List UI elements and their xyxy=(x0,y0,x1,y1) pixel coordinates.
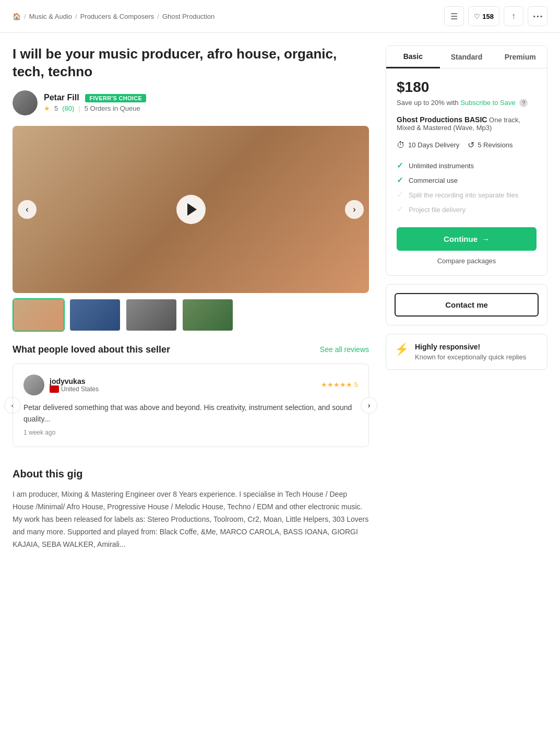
reviews-title: What people loved about this seller xyxy=(13,344,170,355)
question-mark[interactable]: ? xyxy=(519,99,528,107)
gallery-thumb-3[interactable] xyxy=(125,298,177,332)
gallery-prev-button[interactable]: ‹ xyxy=(18,200,37,219)
top-actions: ☰ ♡ 158 ↑ ⋯ xyxy=(444,6,547,26)
responsive-card: ⚡ Highly responsive! Known for exception… xyxy=(386,334,547,370)
subscribe-prefix: Save up to 20% with xyxy=(397,99,460,107)
responsive-description: Known for exceptionally quick replies xyxy=(415,353,526,361)
play-icon xyxy=(187,203,197,216)
continue-label: Continue xyxy=(444,235,478,243)
reviews-section: What people loved about this seller See … xyxy=(13,344,369,448)
delivery-days: ⏱ 10 Days Delivery xyxy=(397,141,459,150)
breadcrumb-music-audio[interactable]: Music & Audio xyxy=(29,13,72,20)
share-button[interactable]: ↑ xyxy=(504,6,523,26)
gallery-thumb-2[interactable] xyxy=(69,298,121,332)
seller-details: Petar Fill FIVERR'S CHOICE ★ 5 (80) | 5 … xyxy=(44,93,146,112)
package-title: Ghost Productions BASIC xyxy=(397,115,487,124)
tab-basic[interactable]: Basic xyxy=(386,46,440,68)
feature-label-4: Project file delivery xyxy=(409,206,466,214)
home-link[interactable]: 🏠 xyxy=(13,13,21,20)
gallery-thumbnails xyxy=(13,298,369,332)
feature-unlimited-instruments: ✓ Unlimited instruments xyxy=(397,158,537,173)
breadcrumb-current: Ghost Production xyxy=(162,13,215,20)
main-container: I will be your music producer, afro hous… xyxy=(0,33,560,551)
clock-icon: ⏱ xyxy=(397,141,405,150)
continue-button[interactable]: Continue → xyxy=(397,227,537,251)
feature-split-recording: ✓ Split the recording into separate file… xyxy=(397,188,537,202)
top-bar: 🏠 / Music & Audio / Producers & Composer… xyxy=(0,0,560,33)
delivery-days-label: 10 Days Delivery xyxy=(408,141,459,149)
continue-arrow: → xyxy=(482,235,490,243)
likes-button[interactable]: ♡ 158 xyxy=(468,6,499,26)
pricing-card: Basic Standard Premium $180 Save up to 2… xyxy=(386,45,547,276)
check-icon-2: ✓ xyxy=(397,176,403,185)
seller-meta: ★ 5 (80) | 5 Orders in Queue xyxy=(44,104,146,112)
play-button[interactable] xyxy=(176,195,206,224)
right-column: Basic Standard Premium $180 Save up to 2… xyxy=(386,45,547,551)
contact-card: Contact me xyxy=(386,284,547,325)
feature-label-3: Split the recording into separate files xyxy=(409,191,518,199)
subscribe-link[interactable]: Subscribe to Save xyxy=(460,99,516,107)
compare-packages-link[interactable]: Compare packages xyxy=(397,257,537,265)
review-next-button[interactable]: › xyxy=(361,397,377,414)
check-icon-1: ✓ xyxy=(397,161,403,170)
breadcrumb: 🏠 / Music & Audio / Producers & Composer… xyxy=(13,13,215,20)
gallery-thumb-4[interactable] xyxy=(182,298,234,332)
tab-standard[interactable]: Standard xyxy=(440,46,494,68)
responsive-title: Highly responsive! xyxy=(415,343,526,351)
more-button[interactable]: ⋯ xyxy=(528,6,547,26)
review-text: Petar delivered something that was above… xyxy=(23,402,358,425)
subscribe-line: Save up to 20% with Subscribe to Save ? xyxy=(397,99,537,107)
about-title: About this gig xyxy=(13,468,369,480)
seller-info: Petar Fill FIVERR'S CHOICE ★ 5 (80) | 5 … xyxy=(13,90,369,115)
review-stars: ★★★★★ 5 xyxy=(321,381,358,389)
reviewer-location: United States xyxy=(50,385,99,393)
avatar-image xyxy=(13,90,38,115)
country-name: United States xyxy=(61,385,99,393)
check-icon-3: ✓ xyxy=(397,190,403,200)
revisions-icon: ↺ xyxy=(468,140,474,150)
reviewer-avatar xyxy=(23,375,44,395)
rating-stars: ★ xyxy=(44,104,50,112)
contact-button[interactable]: Contact me xyxy=(395,293,539,317)
price-display: $180 xyxy=(397,79,537,96)
about-text: I am producer, Mixing & Mastering Engine… xyxy=(13,488,369,551)
orders-in-queue: 5 Orders in Queue xyxy=(85,104,140,112)
delivery-revisions: ↺ 5 Revisions xyxy=(468,140,513,150)
pricing-tabs: Basic Standard Premium xyxy=(386,46,547,68)
check-icon-4: ✓ xyxy=(397,205,403,214)
reviewer-info: jodyvukas United States ★★★★★ 5 xyxy=(23,375,358,395)
likes-count: 158 xyxy=(482,13,494,20)
feature-project-file: ✓ Project file delivery xyxy=(397,202,537,217)
review-carousel: ‹ jodyvukas United States ★★★★★ 5 xyxy=(13,364,369,448)
features-list: ✓ Unlimited instruments ✓ Commercial use… xyxy=(397,158,537,217)
see-all-reviews-link[interactable]: See all reviews xyxy=(320,345,369,354)
about-section: About this gig I am producer, Mixing & M… xyxy=(13,468,369,551)
menu-button[interactable]: ☰ xyxy=(444,6,464,26)
seller-name-row: Petar Fill FIVERR'S CHOICE xyxy=(44,93,146,102)
page-title: I will be your music producer, afro hous… xyxy=(13,45,369,81)
gallery-next-button[interactable]: › xyxy=(345,200,364,219)
avatar xyxy=(13,90,38,115)
feature-commercial-use: ✓ Commercial use xyxy=(397,173,537,188)
review-time: 1 week ago xyxy=(23,429,358,436)
review-count-link[interactable]: (80) xyxy=(62,104,74,112)
gallery-thumb-1[interactable] xyxy=(13,298,65,332)
pricing-body: $180 Save up to 20% with Subscribe to Sa… xyxy=(386,68,547,275)
reviews-header: What people loved about this seller See … xyxy=(13,344,369,355)
reviewer-details: jodyvukas United States xyxy=(50,377,99,393)
responsive-text-block: Highly responsive! Known for exceptional… xyxy=(415,343,526,361)
lightning-icon: ⚡ xyxy=(395,343,409,356)
delivery-info: ⏱ 10 Days Delivery ↺ 5 Revisions xyxy=(397,140,537,150)
heart-icon: ♡ xyxy=(474,13,480,20)
gallery-main: ‹ › xyxy=(13,126,369,293)
left-column: I will be your music producer, afro hous… xyxy=(13,45,386,551)
fiverr-choice-badge: FIVERR'S CHOICE xyxy=(85,94,146,102)
review-card: jodyvukas United States ★★★★★ 5 Petar de… xyxy=(13,364,369,448)
breadcrumb-producers-composers[interactable]: Producers & Composers xyxy=(80,13,154,20)
reviewer-name: jodyvukas xyxy=(50,377,99,385)
seller-name: Petar Fill xyxy=(44,93,79,102)
feature-label-1: Unlimited instruments xyxy=(409,162,474,170)
feature-label-2: Commercial use xyxy=(409,177,458,184)
tab-premium[interactable]: Premium xyxy=(493,46,547,68)
revisions-label: 5 Revisions xyxy=(478,141,513,149)
